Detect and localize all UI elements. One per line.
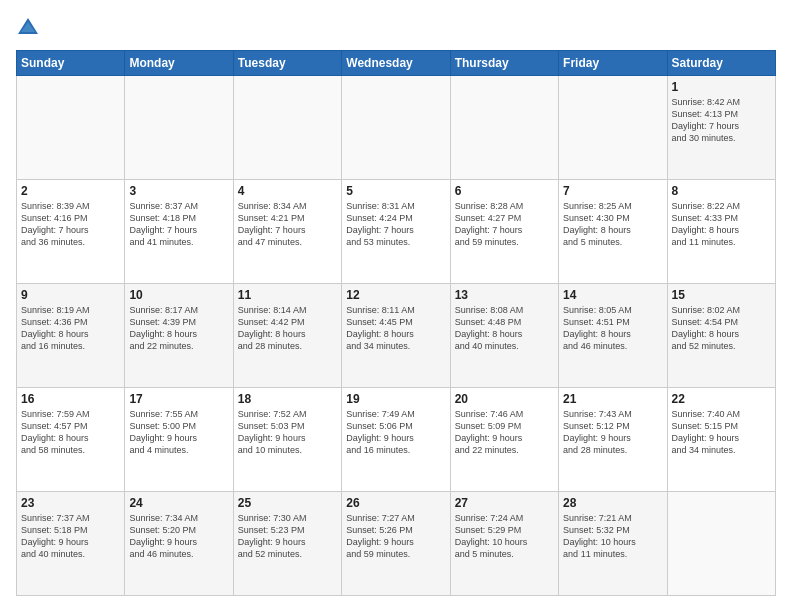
calendar-cell xyxy=(125,76,233,180)
day-number: 28 xyxy=(563,496,662,510)
day-info: Sunrise: 8:37 AM Sunset: 4:18 PM Dayligh… xyxy=(129,200,228,249)
calendar-cell xyxy=(233,76,341,180)
day-info: Sunrise: 8:25 AM Sunset: 4:30 PM Dayligh… xyxy=(563,200,662,249)
day-info: Sunrise: 8:42 AM Sunset: 4:13 PM Dayligh… xyxy=(672,96,771,145)
col-header-wednesday: Wednesday xyxy=(342,51,450,76)
day-info: Sunrise: 8:19 AM Sunset: 4:36 PM Dayligh… xyxy=(21,304,120,353)
calendar-cell: 25Sunrise: 7:30 AM Sunset: 5:23 PM Dayli… xyxy=(233,492,341,596)
day-number: 14 xyxy=(563,288,662,302)
calendar-cell: 27Sunrise: 7:24 AM Sunset: 5:29 PM Dayli… xyxy=(450,492,558,596)
calendar-cell: 1Sunrise: 8:42 AM Sunset: 4:13 PM Daylig… xyxy=(667,76,775,180)
day-number: 12 xyxy=(346,288,445,302)
header xyxy=(16,16,776,40)
day-info: Sunrise: 7:43 AM Sunset: 5:12 PM Dayligh… xyxy=(563,408,662,457)
day-number: 1 xyxy=(672,80,771,94)
calendar-cell: 17Sunrise: 7:55 AM Sunset: 5:00 PM Dayli… xyxy=(125,388,233,492)
calendar-cell: 10Sunrise: 8:17 AM Sunset: 4:39 PM Dayli… xyxy=(125,284,233,388)
calendar-cell xyxy=(667,492,775,596)
calendar-cell: 3Sunrise: 8:37 AM Sunset: 4:18 PM Daylig… xyxy=(125,180,233,284)
day-number: 18 xyxy=(238,392,337,406)
day-info: Sunrise: 8:39 AM Sunset: 4:16 PM Dayligh… xyxy=(21,200,120,249)
calendar-table: SundayMondayTuesdayWednesdayThursdayFrid… xyxy=(16,50,776,596)
day-number: 5 xyxy=(346,184,445,198)
calendar-cell: 16Sunrise: 7:59 AM Sunset: 4:57 PM Dayli… xyxy=(17,388,125,492)
calendar-cell: 2Sunrise: 8:39 AM Sunset: 4:16 PM Daylig… xyxy=(17,180,125,284)
calendar-cell: 19Sunrise: 7:49 AM Sunset: 5:06 PM Dayli… xyxy=(342,388,450,492)
col-header-friday: Friday xyxy=(559,51,667,76)
col-header-monday: Monday xyxy=(125,51,233,76)
day-number: 2 xyxy=(21,184,120,198)
day-number: 22 xyxy=(672,392,771,406)
calendar-cell xyxy=(450,76,558,180)
day-number: 26 xyxy=(346,496,445,510)
calendar-cell: 9Sunrise: 8:19 AM Sunset: 4:36 PM Daylig… xyxy=(17,284,125,388)
calendar-cell xyxy=(559,76,667,180)
day-info: Sunrise: 8:34 AM Sunset: 4:21 PM Dayligh… xyxy=(238,200,337,249)
day-number: 16 xyxy=(21,392,120,406)
col-header-tuesday: Tuesday xyxy=(233,51,341,76)
day-number: 24 xyxy=(129,496,228,510)
logo xyxy=(16,16,44,40)
day-info: Sunrise: 7:21 AM Sunset: 5:32 PM Dayligh… xyxy=(563,512,662,561)
calendar-cell: 7Sunrise: 8:25 AM Sunset: 4:30 PM Daylig… xyxy=(559,180,667,284)
day-info: Sunrise: 7:30 AM Sunset: 5:23 PM Dayligh… xyxy=(238,512,337,561)
day-number: 13 xyxy=(455,288,554,302)
col-header-sunday: Sunday xyxy=(17,51,125,76)
day-info: Sunrise: 8:28 AM Sunset: 4:27 PM Dayligh… xyxy=(455,200,554,249)
calendar-cell: 22Sunrise: 7:40 AM Sunset: 5:15 PM Dayli… xyxy=(667,388,775,492)
day-number: 8 xyxy=(672,184,771,198)
day-info: Sunrise: 7:27 AM Sunset: 5:26 PM Dayligh… xyxy=(346,512,445,561)
day-number: 15 xyxy=(672,288,771,302)
calendar-header-row: SundayMondayTuesdayWednesdayThursdayFrid… xyxy=(17,51,776,76)
calendar-week-row: 9Sunrise: 8:19 AM Sunset: 4:36 PM Daylig… xyxy=(17,284,776,388)
day-number: 20 xyxy=(455,392,554,406)
calendar-cell: 28Sunrise: 7:21 AM Sunset: 5:32 PM Dayli… xyxy=(559,492,667,596)
day-number: 11 xyxy=(238,288,337,302)
day-info: Sunrise: 8:05 AM Sunset: 4:51 PM Dayligh… xyxy=(563,304,662,353)
day-number: 21 xyxy=(563,392,662,406)
logo-icon xyxy=(16,16,40,40)
day-number: 7 xyxy=(563,184,662,198)
day-info: Sunrise: 8:17 AM Sunset: 4:39 PM Dayligh… xyxy=(129,304,228,353)
calendar-cell: 11Sunrise: 8:14 AM Sunset: 4:42 PM Dayli… xyxy=(233,284,341,388)
calendar-cell: 13Sunrise: 8:08 AM Sunset: 4:48 PM Dayli… xyxy=(450,284,558,388)
calendar-cell: 20Sunrise: 7:46 AM Sunset: 5:09 PM Dayli… xyxy=(450,388,558,492)
day-number: 27 xyxy=(455,496,554,510)
calendar-week-row: 1Sunrise: 8:42 AM Sunset: 4:13 PM Daylig… xyxy=(17,76,776,180)
calendar-cell: 26Sunrise: 7:27 AM Sunset: 5:26 PM Dayli… xyxy=(342,492,450,596)
calendar-cell: 8Sunrise: 8:22 AM Sunset: 4:33 PM Daylig… xyxy=(667,180,775,284)
day-number: 3 xyxy=(129,184,228,198)
day-info: Sunrise: 7:55 AM Sunset: 5:00 PM Dayligh… xyxy=(129,408,228,457)
day-info: Sunrise: 7:37 AM Sunset: 5:18 PM Dayligh… xyxy=(21,512,120,561)
day-info: Sunrise: 7:52 AM Sunset: 5:03 PM Dayligh… xyxy=(238,408,337,457)
calendar-cell xyxy=(342,76,450,180)
day-info: Sunrise: 7:49 AM Sunset: 5:06 PM Dayligh… xyxy=(346,408,445,457)
calendar-cell: 21Sunrise: 7:43 AM Sunset: 5:12 PM Dayli… xyxy=(559,388,667,492)
calendar-body: 1Sunrise: 8:42 AM Sunset: 4:13 PM Daylig… xyxy=(17,76,776,596)
day-number: 25 xyxy=(238,496,337,510)
day-number: 4 xyxy=(238,184,337,198)
day-info: Sunrise: 8:02 AM Sunset: 4:54 PM Dayligh… xyxy=(672,304,771,353)
day-number: 23 xyxy=(21,496,120,510)
calendar-week-row: 23Sunrise: 7:37 AM Sunset: 5:18 PM Dayli… xyxy=(17,492,776,596)
calendar-cell: 15Sunrise: 8:02 AM Sunset: 4:54 PM Dayli… xyxy=(667,284,775,388)
day-info: Sunrise: 7:59 AM Sunset: 4:57 PM Dayligh… xyxy=(21,408,120,457)
day-info: Sunrise: 7:46 AM Sunset: 5:09 PM Dayligh… xyxy=(455,408,554,457)
day-info: Sunrise: 7:40 AM Sunset: 5:15 PM Dayligh… xyxy=(672,408,771,457)
calendar-cell: 14Sunrise: 8:05 AM Sunset: 4:51 PM Dayli… xyxy=(559,284,667,388)
page: SundayMondayTuesdayWednesdayThursdayFrid… xyxy=(0,0,792,612)
day-number: 17 xyxy=(129,392,228,406)
day-info: Sunrise: 8:11 AM Sunset: 4:45 PM Dayligh… xyxy=(346,304,445,353)
calendar-cell: 12Sunrise: 8:11 AM Sunset: 4:45 PM Dayli… xyxy=(342,284,450,388)
day-info: Sunrise: 7:34 AM Sunset: 5:20 PM Dayligh… xyxy=(129,512,228,561)
day-info: Sunrise: 8:14 AM Sunset: 4:42 PM Dayligh… xyxy=(238,304,337,353)
calendar-week-row: 2Sunrise: 8:39 AM Sunset: 4:16 PM Daylig… xyxy=(17,180,776,284)
calendar-cell: 24Sunrise: 7:34 AM Sunset: 5:20 PM Dayli… xyxy=(125,492,233,596)
calendar-cell: 4Sunrise: 8:34 AM Sunset: 4:21 PM Daylig… xyxy=(233,180,341,284)
calendar-cell: 23Sunrise: 7:37 AM Sunset: 5:18 PM Dayli… xyxy=(17,492,125,596)
calendar-cell: 5Sunrise: 8:31 AM Sunset: 4:24 PM Daylig… xyxy=(342,180,450,284)
day-info: Sunrise: 8:22 AM Sunset: 4:33 PM Dayligh… xyxy=(672,200,771,249)
day-number: 9 xyxy=(21,288,120,302)
day-info: Sunrise: 7:24 AM Sunset: 5:29 PM Dayligh… xyxy=(455,512,554,561)
day-number: 6 xyxy=(455,184,554,198)
